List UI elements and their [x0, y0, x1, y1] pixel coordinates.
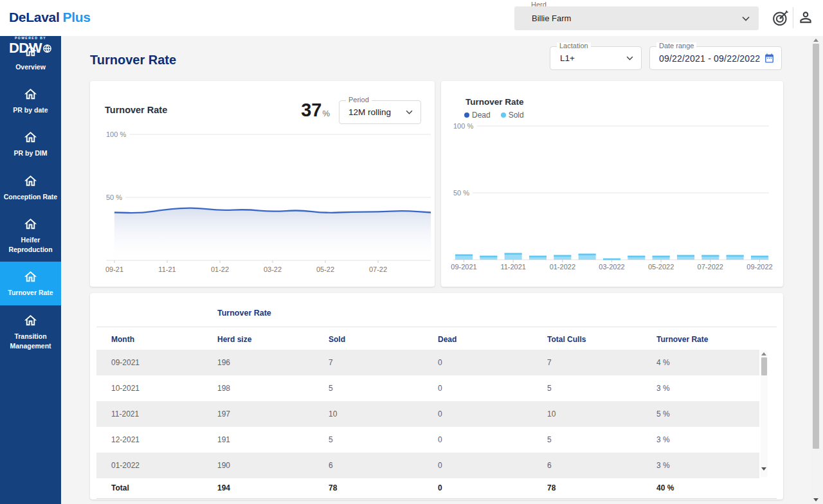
ddw-logo: DDW — [9, 40, 52, 57]
page-title: Turnover Rate — [90, 53, 176, 68]
table-row[interactable]: 10-20211985053 % — [96, 375, 759, 401]
calendar-icon[interactable] — [764, 53, 775, 64]
table-cell: 0 — [438, 461, 547, 470]
column-header-total-culls[interactable]: Total Culls — [547, 335, 656, 344]
svg-text:09-21: 09-21 — [105, 266, 123, 273]
herd-select[interactable]: Billie Farm — [514, 6, 759, 30]
table-cell: 11-2021 — [111, 410, 217, 419]
table-row[interactable]: 09-20211967074 % — [96, 350, 759, 375]
table-cell: 0 — [438, 410, 547, 419]
table-cell: 190 — [217, 461, 329, 470]
table-cell: 01-2022 — [111, 461, 217, 470]
svg-text:11-21: 11-21 — [158, 266, 176, 273]
table-cell: 197 — [217, 410, 329, 419]
herd-value: Billie Farm — [532, 14, 742, 23]
scroll-up-icon[interactable] — [761, 352, 766, 356]
table-cell: 09-2021 — [111, 358, 217, 367]
table-scrollbar[interactable] — [761, 351, 768, 477]
globe-icon — [42, 44, 52, 53]
monthly-turnover-bar-chart[interactable]: 100 %50 %09-202111-202101-202203-202205-… — [441, 81, 783, 287]
column-header-sold[interactable]: Sold — [329, 335, 438, 344]
table-cell: 4 % — [656, 358, 759, 367]
scroll-down-icon[interactable] — [761, 467, 766, 471]
lactation-select[interactable]: Lactation L1+ — [550, 46, 642, 70]
chevron-down-icon — [626, 56, 633, 60]
rolling-turnover-area-chart[interactable]: 100 %50 %09-2111-2101-2203-2205-2207-22 — [90, 81, 435, 287]
column-header-dead[interactable]: Dead — [438, 335, 547, 344]
svg-text:07-2022: 07-2022 — [698, 263, 723, 271]
table-cell: 7 — [547, 358, 656, 367]
svg-text:09-2022: 09-2022 — [746, 263, 772, 271]
date-range-value: 09/22/2021 - 09/22/2022 — [659, 53, 764, 64]
column-header-herd-size[interactable]: Herd size — [217, 335, 329, 344]
sidebar-footer: POWERED BY DDW — [0, 36, 61, 504]
table-cell: 0 — [438, 384, 547, 393]
total-cell: 78 — [547, 483, 656, 492]
lactation-value: L1+ — [560, 53, 626, 63]
table-cell: 6 — [547, 461, 656, 470]
divider — [96, 327, 777, 327]
svg-text:05-22: 05-22 — [316, 266, 334, 273]
svg-text:50 %: 50 % — [453, 189, 469, 197]
total-cell: 78 — [329, 483, 438, 492]
table-cell: 5 — [547, 435, 656, 444]
table-cell: 6 — [329, 461, 438, 470]
table-cell: 10 — [547, 410, 656, 419]
column-header-turnover-rate[interactable]: Turnover Rate — [656, 335, 759, 344]
app-logo[interactable]: DeLavalPlus — [9, 10, 91, 25]
table-header-row: MonthHerd sizeSoldDeadTotal CullsTurnove… — [96, 329, 759, 350]
table-cell: 5 — [547, 384, 656, 393]
total-cell: 0 — [438, 483, 547, 492]
table-cell: 10 — [329, 410, 438, 419]
table-cell: 198 — [217, 384, 329, 393]
column-header-month[interactable]: Month — [111, 335, 217, 344]
svg-text:03-2022: 03-2022 — [599, 263, 624, 271]
svg-text:11-2021: 11-2021 — [500, 263, 526, 271]
table-cell: 7 — [329, 358, 438, 367]
scrollbar-thumb[interactable] — [813, 44, 819, 449]
svg-text:05-2022: 05-2022 — [648, 263, 674, 271]
account-icon[interactable] — [797, 9, 814, 26]
table-cell: 5 % — [656, 410, 759, 419]
chevron-down-icon — [742, 16, 750, 21]
table-cell: 0 — [438, 358, 547, 367]
turnover-table-card: Turnover Rate MonthHerd sizeSoldDeadTota… — [90, 293, 783, 500]
ddw-label: DDW — [9, 40, 42, 57]
table-cell: 3 % — [656, 461, 759, 470]
table-total-row: Total1947807840 % — [96, 478, 759, 498]
logo-plus: Plus — [62, 10, 90, 24]
svg-text:09-2021: 09-2021 — [451, 263, 476, 271]
table-row[interactable]: 12-20211915053 % — [96, 427, 759, 453]
date-range-label: Date range — [656, 42, 696, 50]
monthly-turnover-card: Turnover Rate DeadSold 100 %50 %09-20211… — [441, 81, 783, 287]
table-cell: 191 — [217, 435, 329, 444]
svg-text:50 %: 50 % — [106, 194, 122, 201]
scroll-down-icon[interactable] — [813, 498, 818, 501]
table-cell: 5 — [329, 384, 438, 393]
date-range-input[interactable]: Date range 09/22/2021 - 09/22/2022 — [649, 46, 782, 70]
table-cell: 3 % — [656, 384, 759, 393]
table-cell: 5 — [329, 435, 438, 444]
svg-text:03-22: 03-22 — [264, 266, 282, 273]
topbar-divider — [793, 7, 793, 28]
table-cell: 196 — [217, 358, 329, 367]
table-title: Turnover Rate — [217, 309, 271, 318]
svg-text:01-2022: 01-2022 — [550, 263, 575, 271]
total-cell: 194 — [217, 483, 329, 492]
topbar: DeLavalPlus Herd Billie Farm — [0, 0, 823, 36]
rolling-turnover-card: Turnover Rate 37 % Period 12M rolling 10… — [90, 81, 435, 287]
table-cell: 12-2021 — [111, 435, 217, 444]
table-cell: 3 % — [656, 435, 759, 444]
table-row[interactable]: 01-20221906063 % — [96, 453, 759, 478]
lactation-label: Lactation — [557, 42, 591, 50]
logo-delaval: DeLaval — [9, 10, 59, 24]
svg-text:100 %: 100 % — [453, 122, 473, 130]
table-body: 09-20211967074 %10-20211985053 %11-20211… — [96, 350, 759, 478]
total-cell: 40 % — [656, 483, 759, 492]
table-row[interactable]: 11-2021197100105 % — [96, 401, 759, 427]
goals-icon[interactable] — [772, 9, 790, 27]
scrollbar-thumb[interactable] — [761, 357, 767, 375]
scroll-up-icon[interactable] — [813, 39, 818, 42]
table-cell: 10-2021 — [111, 384, 217, 393]
page-scrollbar[interactable] — [811, 36, 820, 504]
